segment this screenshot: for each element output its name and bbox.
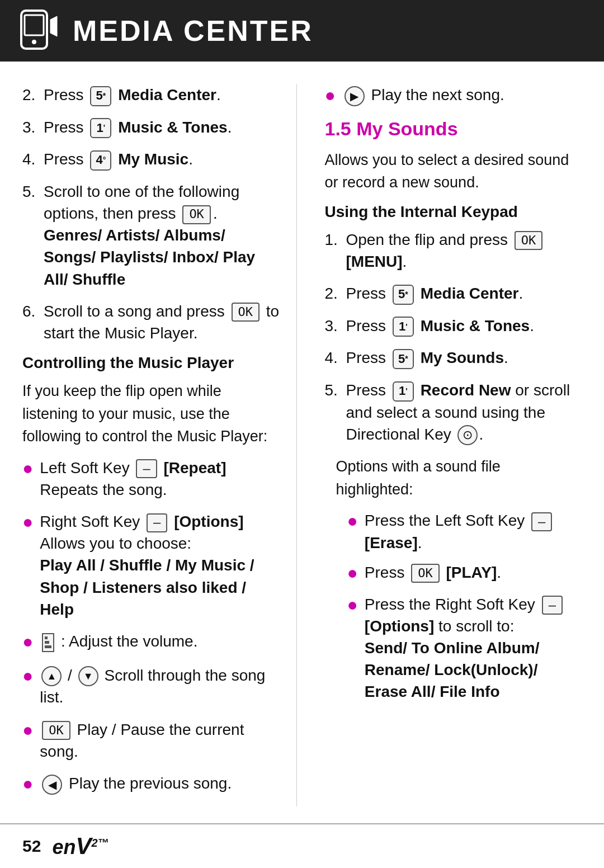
nav-up-icon: ▲ <box>41 666 62 686</box>
step-4: 4. Press 4° My Music. <box>22 148 280 171</box>
bullet-dot-options: ● <box>347 592 358 617</box>
my-music-key: 4° <box>90 150 111 171</box>
step-3-num: 3. <box>22 116 44 139</box>
step-4-num: 4. <box>22 148 44 171</box>
using-internal-keypad-header: Using the Internal Keypad <box>325 203 582 221</box>
brand-super: 2™ <box>91 837 108 849</box>
left-soft-erase-icon: — <box>531 512 552 531</box>
bullet-dot-play: ● <box>347 560 358 586</box>
bullet-dot-1: ● <box>22 456 33 481</box>
right-step-2: 2. Press 5* Media Center. <box>325 282 582 305</box>
step-5-num: 5. <box>22 181 44 290</box>
right-step-1: 1. Open the flip and press OK [MENU]. <box>325 229 582 272</box>
step-6-text: Scroll to a song and press OK to start t… <box>44 300 280 344</box>
step-6-num: 6. <box>22 300 44 344</box>
right-step-5: 5. Press 1' Record New or scroll and sel… <box>325 379 582 445</box>
my-sounds-heading: 1.5 My Sounds <box>325 118 582 140</box>
bullet-dot-next: ● <box>325 83 336 108</box>
left-column: 2. Press 5* Media Center. 3. Press 1' Mu… <box>22 84 297 806</box>
step-2-text: Press 5* Media Center. <box>44 84 221 106</box>
right-step-5-text: Press 1' Record New or scroll and select… <box>346 379 582 445</box>
options-highlighted-block: Options with a sound file highlighted: ●… <box>336 455 582 702</box>
brand-logo: enV2™ <box>52 833 108 860</box>
step-5: 5. Scroll to one of the following option… <box>22 181 280 290</box>
ok-key-step6: OK <box>232 303 260 322</box>
ok-menu-key: OK <box>515 231 543 250</box>
right-soft-key-icon: — <box>147 513 167 532</box>
bullet-nav-scroll: ● ▲ / ▼ Scroll through the song list. <box>22 664 280 709</box>
bullet-4-text: ▲ / ▼ Scroll through the song list. <box>40 664 279 709</box>
step-4-text: Press 4° My Music. <box>44 148 193 171</box>
right-step-2-num: 2. <box>325 282 346 305</box>
bullet-5-text: OK Play / Pause the current song. <box>40 719 279 762</box>
bullet-1-text: Left Soft Key — [Repeat] Repeats the son… <box>40 457 226 501</box>
bullet-next-song: ● ▶ Play the next song. <box>325 84 582 108</box>
right-step-3-text: Press 1' Music & Tones. <box>346 315 534 337</box>
bullet-dot-erase: ● <box>347 508 358 534</box>
ok-play-key: OK <box>411 564 440 583</box>
header-title: MEDIA CENTER <box>73 14 313 48</box>
bullet-right-soft-options: ● Right Soft Key — [Options] Allows you … <box>22 511 280 620</box>
page-footer: 52 enV2™ <box>0 823 604 868</box>
my-sounds-intro: Allows you to select a desired sound or … <box>325 149 582 194</box>
bullet-dot-2: ● <box>22 510 33 535</box>
options-highlighted-list: ● Press the Left Soft Key — [Erase]. ● P… <box>347 510 582 702</box>
bullet-play: ● Press OK [PLAY]. <box>347 562 582 586</box>
controlling-bullet-list: ● Left Soft Key — [Repeat] Repeats the s… <box>22 457 280 796</box>
bullet-dot-6: ● <box>22 771 33 796</box>
nav-down-icon: ▼ <box>78 666 98 686</box>
bullet-play-text: Press OK [PLAY]. <box>365 562 501 583</box>
main-content: 2. Press 5* Media Center. 3. Press 1' Mu… <box>0 62 604 829</box>
right-step-3: 3. Press 1' Music & Tones. <box>325 315 582 337</box>
svg-rect-1 <box>25 15 44 35</box>
step-3-text: Press 1' Music & Tones. <box>44 116 232 139</box>
bullet-left-soft-repeat: ● Left Soft Key — [Repeat] Repeats the s… <box>22 457 280 501</box>
brand-v: V <box>76 833 91 859</box>
right-step-1-text: Open the flip and press OK [MENU]. <box>346 229 545 272</box>
bullet-erase-text: Press the Left Soft Key — [Erase]. <box>365 510 554 553</box>
left-soft-key-icon: — <box>136 459 157 478</box>
controlling-section-header: Controlling the Music Player <box>22 354 280 372</box>
bullet-options-scroll: ● Press the Right Soft Key — [Options] t… <box>347 593 582 703</box>
media-center-icon <box>17 8 62 53</box>
step-6: 6. Scroll to a song and press OK to star… <box>22 300 280 344</box>
media-center-key-r: 5* <box>393 285 414 305</box>
step-2: 2. Press 5* Media Center. <box>22 84 280 106</box>
options-highlighted-intro: Options with a sound file highlighted: <box>336 455 582 501</box>
bullet-ok-play: ● OK Play / Pause the current song. <box>22 719 280 762</box>
controlling-intro: If you keep the flip open while listenin… <box>22 380 280 448</box>
directional-key-icon: ⊙ <box>457 425 478 445</box>
right-step-1-num: 1. <box>325 229 346 272</box>
music-tones-key-r: 1' <box>393 317 414 337</box>
right-step-4-num: 4. <box>325 347 346 369</box>
bullet-3-text: : Adjust the volume. <box>40 630 197 652</box>
right-column: ● ▶ Play the next song. 1.5 My Sounds Al… <box>319 84 582 806</box>
next-button-icon: ▶ <box>345 86 365 106</box>
bullet-dot-5: ● <box>22 718 33 743</box>
right-soft-options-icon: — <box>542 596 563 615</box>
bullet-2-text: Right Soft Key — [Options] Allows you to… <box>40 511 279 620</box>
my-sounds-key-r: 5* <box>393 349 414 369</box>
bullet-next-text: ▶ Play the next song. <box>342 84 504 106</box>
bullet-dot-4: ● <box>22 663 33 688</box>
step-2-num: 2. <box>22 84 44 106</box>
right-top-bullets: ● ▶ Play the next song. <box>325 84 582 108</box>
previous-button-icon: ◀ <box>42 775 62 795</box>
bullet-erase: ● Press the Left Soft Key — [Erase]. <box>347 510 582 553</box>
svg-point-2 <box>32 40 36 44</box>
bullet-dot-3: ● <box>22 629 33 654</box>
bullet-prev-song: ● ◀ Play the previous song. <box>22 772 280 796</box>
music-tones-key: 1' <box>90 118 111 138</box>
bullet-volume: ● : Adjust the volume. <box>22 630 280 654</box>
step-5-text: Scroll to one of the following options, … <box>44 181 280 290</box>
right-step-5-num: 5. <box>325 379 346 445</box>
right-step-3-num: 3. <box>325 315 346 337</box>
right-step-4-text: Press 5* My Sounds. <box>346 347 508 369</box>
ok-key-step5: OK <box>182 205 211 224</box>
bullet-options-text: Press the Right Soft Key — [Options] to … <box>365 593 582 703</box>
step-3: 3. Press 1' Music & Tones. <box>22 116 280 139</box>
ok-play-icon: OK <box>42 721 70 740</box>
bullet-6-text: ◀ Play the previous song. <box>40 772 232 795</box>
page-number: 52 <box>22 837 41 856</box>
media-center-key: 5* <box>90 86 111 106</box>
